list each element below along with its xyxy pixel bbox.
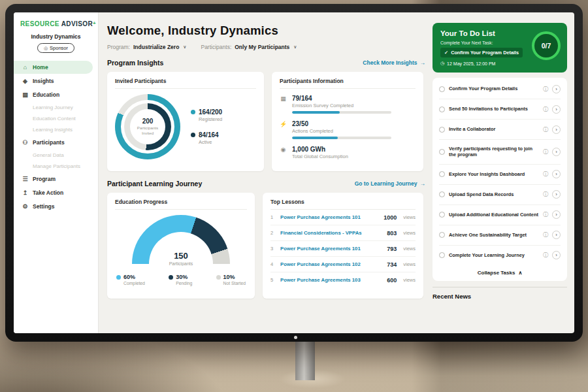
lesson-row-4[interactable]: 4 Power Purchase Agreements 102 734 view… <box>270 257 416 272</box>
participants-filter[interactable]: Participants: Only My Participants ∨ <box>201 44 297 50</box>
program-filter[interactable]: Program: Industrialize Zero ∨ <box>107 44 186 50</box>
power-led <box>294 336 297 339</box>
registered-dot <box>191 110 195 114</box>
lesson-row-5[interactable]: 5 Power Purchase Agreements 103 600 view… <box>270 272 416 287</box>
lesson-title-link[interactable]: Power Purchase Agreements 101 <box>280 246 382 252</box>
education-gauge: 150 Participants <box>132 215 230 266</box>
check-more-insights-label: Check More Insights <box>363 59 417 66</box>
chevron-right-icon[interactable]: › <box>552 148 561 156</box>
not-started-label: Not Started <box>223 281 246 286</box>
task-checkbox[interactable] <box>439 149 445 155</box>
emission-survey-row: ▦ 79/164 Emission Survey Completed <box>280 95 416 114</box>
info-icon[interactable]: ⓘ <box>543 86 548 93</box>
lesson-row-3[interactable]: 3 Power Purchase Agreements 101 793 view… <box>270 241 416 257</box>
registered-value: 164/200 <box>199 108 222 116</box>
task-row-8[interactable]: Achieve One Sustainability Target ⓘ › <box>439 225 561 246</box>
chevron-right-icon[interactable]: › <box>552 125 561 134</box>
completed-dot <box>116 275 121 280</box>
lesson-title-link[interactable]: Power Purchase Agreements 102 <box>280 261 382 267</box>
sidebar-item-insights[interactable]: ◈ Insights <box>14 74 93 88</box>
task-checkbox[interactable] <box>439 171 445 177</box>
lesson-number: 4 <box>270 261 276 267</box>
sidebar-item-participants[interactable]: ⚇ Participants <box>14 136 93 149</box>
task-checkbox[interactable] <box>439 212 445 218</box>
sidebar-item-learning-insights[interactable]: Learning Insights <box>14 124 98 135</box>
pending-value: 30% <box>176 274 188 280</box>
chevron-right-icon[interactable]: › <box>552 85 561 93</box>
chevron-right-icon[interactable]: › <box>552 105 561 114</box>
info-icon[interactable]: ⓘ <box>543 191 548 198</box>
lesson-views: 1000 <box>384 214 397 221</box>
consumption-icon: ◉ <box>280 146 287 159</box>
task-row-5[interactable]: Explore Your Insights Dashboard ⓘ › <box>439 165 561 185</box>
task-label: Upload Spend Data Records <box>449 191 539 198</box>
sidebar-item-home[interactable]: ⌂ Home <box>14 61 93 74</box>
task-row-2[interactable]: Send 50 Invitations to Participants ⓘ › <box>439 99 561 120</box>
actions-icon: ⚡ <box>280 121 287 139</box>
active-value: 84/164 <box>199 131 219 139</box>
sidebar-item-education[interactable]: ▤ Education <box>14 88 93 101</box>
task-label: Send 50 Invitations to Participants <box>449 106 539 112</box>
info-icon[interactable]: ⓘ <box>543 252 548 259</box>
sidebar-item-education-content[interactable]: Education Content <box>14 113 98 124</box>
arrow-right-icon: → <box>420 59 426 66</box>
info-icon[interactable]: ⓘ <box>543 231 548 238</box>
learning-journey-heading: Participant Learning Journey <box>107 180 202 188</box>
go-to-learning-journey-link[interactable]: Go to Learning Journey → <box>355 180 425 187</box>
task-row-7[interactable]: Upload Additional Educational Content ⓘ … <box>439 205 561 225</box>
sidebar-item-learning-journey[interactable]: Learning Journey <box>14 102 98 113</box>
task-checkbox[interactable] <box>439 86 445 92</box>
task-row-4[interactable]: Verify participants requesting to join t… <box>439 140 561 165</box>
task-checkbox[interactable] <box>439 191 445 197</box>
chevron-right-icon[interactable]: › <box>552 231 561 239</box>
sidebar-item-take-action[interactable]: ↥ Take Action <box>14 186 93 199</box>
chevron-right-icon[interactable]: › <box>552 170 561 178</box>
lesson-number: 1 <box>270 214 276 220</box>
sidebar-item-manage-participants[interactable]: Manage Participants <box>14 161 98 172</box>
lesson-row-2[interactable]: 2 Financial Considerations - VPPAs 803 v… <box>270 225 416 241</box>
chevron-right-icon[interactable]: › <box>552 251 561 259</box>
lesson-title-link[interactable]: Power Purchase Agreements 101 <box>280 214 379 220</box>
education-progress-card: Education Progress 150 Participants <box>107 193 255 299</box>
task-checkbox[interactable] <box>439 106 445 112</box>
info-progress-fill <box>292 111 340 114</box>
info-icon[interactable]: ⓘ <box>543 106 548 113</box>
check-more-insights-link[interactable]: Check More Insights → <box>363 59 425 66</box>
brand-plus: + <box>93 20 96 26</box>
program-filter-label: Program: <box>107 44 130 50</box>
lesson-row-1[interactable]: 1 Power Purchase Agreements 101 1000 vie… <box>270 210 416 225</box>
next-task-chip[interactable]: ✓ Confirm Your Program Details <box>440 48 523 57</box>
lesson-views-suffix: views <box>403 214 416 220</box>
task-row-1[interactable]: Confirm Your Program Details ⓘ › <box>439 79 561 99</box>
info-icon[interactable]: ⓘ <box>543 126 548 133</box>
info-icon[interactable]: ⓘ <box>543 148 548 155</box>
lesson-title-link[interactable]: Power Purchase Agreements 103 <box>280 277 382 283</box>
active-dot <box>191 133 195 137</box>
brand-resource: RESOURCE <box>20 20 59 27</box>
task-label: Upload Additional Educational Content <box>449 212 539 218</box>
invited-total-label: Participants Invited <box>133 125 162 136</box>
sidebar-item-label: Take Action <box>33 189 63 196</box>
chevron-down-icon: ∨ <box>183 44 186 50</box>
sidebar-item-settings[interactable]: ⚙ Settings <box>14 200 93 213</box>
go-to-learning-journey-label: Go to Learning Journey <box>355 180 417 187</box>
participants-filter-value: Only My Participants <box>235 44 289 50</box>
task-row-6[interactable]: Upload Spend Data Records ⓘ › <box>439 185 561 205</box>
main-content: Welcome, Industry Dynamics Program: Indu… <box>107 12 425 333</box>
emission-survey-value: 79/164 <box>292 95 391 102</box>
task-checkbox[interactable] <box>439 252 445 258</box>
info-icon[interactable]: ⓘ <box>543 171 548 178</box>
lesson-title-link[interactable]: Financial Considerations - VPPAs <box>280 230 382 236</box>
chevron-right-icon[interactable]: › <box>552 210 561 219</box>
collapse-tasks-link[interactable]: Collapse Tasks ∧ <box>439 265 561 280</box>
sidebar-item-program[interactable]: ☰ Program <box>14 172 93 186</box>
task-checkbox[interactable] <box>439 127 445 133</box>
task-row-9[interactable]: Complete Your Learning Journey ⓘ › <box>439 246 561 265</box>
chevron-right-icon[interactable]: › <box>552 190 561 199</box>
sidebar-item-general-data[interactable]: General Data <box>14 150 98 161</box>
task-row-3[interactable]: Invite a Collaborator ⓘ › <box>439 120 561 140</box>
home-icon: ⌂ <box>22 64 29 71</box>
info-icon[interactable]: ⓘ <box>543 211 548 218</box>
next-task-time: ◷ 12 May 2025, 12:00 PM <box>440 61 559 66</box>
task-checkbox[interactable] <box>439 232 445 238</box>
